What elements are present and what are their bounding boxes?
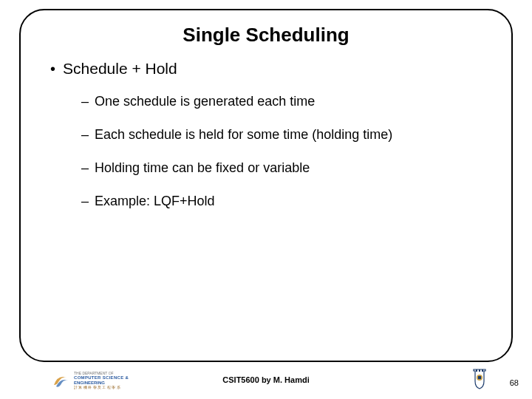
- svg-rect-0: [476, 369, 477, 372]
- sub-bullet-item: – Holding time can be fixed or variable: [81, 160, 488, 176]
- sub-bullet-text: Each schedule is held for some time (hol…: [95, 127, 392, 143]
- slide-frame: Single Scheduling • Schedule + Hold – On…: [19, 9, 513, 362]
- dash-icon: –: [81, 127, 89, 143]
- page-number: 68: [510, 378, 519, 387]
- course-label: CSIT5600 by M. Hamdi: [0, 375, 532, 384]
- bullet-level1: • Schedule + Hold: [50, 60, 488, 78]
- sub-bullet-text: Example: LQF+Hold: [95, 194, 215, 209]
- dash-icon: –: [81, 160, 89, 176]
- slide-title: Single Scheduling: [44, 24, 488, 47]
- bullet-dot-icon: •: [50, 61, 55, 76]
- sub-bullet-item: – One schedule is generated each time: [81, 94, 488, 109]
- sub-bullet-text: Holding time can be fixed or variable: [95, 160, 310, 176]
- sub-bullet-list: – One schedule is generated each time – …: [81, 94, 488, 209]
- university-crest-icon: [471, 368, 488, 390]
- dash-icon: –: [81, 94, 89, 109]
- bullet-level1-text: Schedule + Hold: [63, 60, 177, 78]
- sub-bullet-text: One schedule is generated each time: [95, 94, 315, 109]
- sub-bullet-item: – Each schedule is held for some time (h…: [81, 127, 488, 143]
- dash-icon: –: [81, 194, 89, 209]
- dept-line4: 計 算 機 科 學 及 工 程 學 系: [74, 386, 129, 390]
- svg-rect-1: [479, 369, 480, 372]
- sub-bullet-item: – Example: LQF+Hold: [81, 194, 488, 209]
- svg-rect-2: [482, 369, 483, 372]
- svg-rect-4: [478, 376, 481, 379]
- slide-footer: THE DEPARTMENT OF COMPUTER SCIENCE & ENG…: [0, 366, 532, 395]
